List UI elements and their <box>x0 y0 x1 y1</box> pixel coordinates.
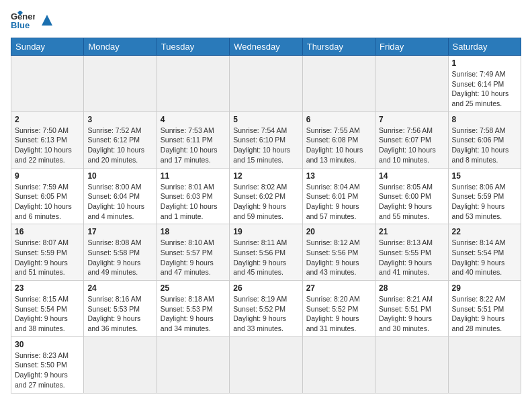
day-info: Sunrise: 7:52 AM Sunset: 6:12 PM Dayligh… <box>87 126 152 165</box>
day-number: 24 <box>87 283 152 293</box>
day-number: 30 <box>15 340 80 349</box>
calendar-cell: 16Sunrise: 8:07 AM Sunset: 5:59 PM Dayli… <box>11 224 84 281</box>
day-number: 2 <box>15 115 80 124</box>
calendar-week-row: 16Sunrise: 8:07 AM Sunset: 5:59 PM Dayli… <box>11 224 521 281</box>
day-number: 14 <box>379 171 444 181</box>
day-info: Sunrise: 8:18 AM Sunset: 5:53 PM Dayligh… <box>161 294 226 334</box>
calendar-cell: 10Sunrise: 8:00 AM Sunset: 6:04 PM Dayli… <box>84 168 157 224</box>
calendar-cell: 11Sunrise: 8:01 AM Sunset: 6:03 PM Dayli… <box>157 168 229 224</box>
calendar-cell: 25Sunrise: 8:18 AM Sunset: 5:53 PM Dayli… <box>157 281 229 337</box>
day-number: 26 <box>233 283 298 293</box>
weekday-header-sunday: Sunday <box>11 38 84 56</box>
page-header: General Blue <box>11 11 521 30</box>
calendar-cell: 26Sunrise: 8:19 AM Sunset: 5:52 PM Dayli… <box>230 281 302 337</box>
calendar-cell: 8Sunrise: 7:58 AM Sunset: 6:06 PM Daylig… <box>448 111 521 168</box>
day-info: Sunrise: 8:21 AM Sunset: 5:51 PM Dayligh… <box>379 294 444 334</box>
calendar-week-row: 30Sunrise: 8:23 AM Sunset: 5:50 PM Dayli… <box>11 336 521 393</box>
day-info: Sunrise: 8:02 AM Sunset: 6:02 PM Dayligh… <box>233 182 298 222</box>
day-info: Sunrise: 7:50 AM Sunset: 6:13 PM Dayligh… <box>15 126 80 165</box>
calendar-cell: 4Sunrise: 7:53 AM Sunset: 6:11 PM Daylig… <box>157 111 229 168</box>
calendar-cell: 21Sunrise: 8:13 AM Sunset: 5:55 PM Dayli… <box>375 224 448 281</box>
calendar-cell <box>302 336 375 393</box>
day-number: 19 <box>233 227 298 236</box>
day-number: 1 <box>452 58 517 68</box>
day-info: Sunrise: 8:11 AM Sunset: 5:56 PM Dayligh… <box>233 238 298 277</box>
calendar-cell <box>302 56 375 112</box>
day-info: Sunrise: 8:08 AM Sunset: 5:58 PM Dayligh… <box>87 238 152 277</box>
day-info: Sunrise: 7:54 AM Sunset: 6:10 PM Dayligh… <box>233 126 298 165</box>
day-number: 12 <box>233 171 298 181</box>
svg-marker-3 <box>42 15 52 26</box>
calendar-week-row: 2Sunrise: 7:50 AM Sunset: 6:13 PM Daylig… <box>11 111 521 168</box>
calendar-cell: 27Sunrise: 8:20 AM Sunset: 5:52 PM Dayli… <box>302 281 375 337</box>
day-info: Sunrise: 8:07 AM Sunset: 5:59 PM Dayligh… <box>15 238 80 277</box>
calendar-cell: 22Sunrise: 8:14 AM Sunset: 5:54 PM Dayli… <box>448 224 521 281</box>
day-number: 27 <box>306 283 371 293</box>
calendar-header: SundayMondayTuesdayWednesdayThursdayFrid… <box>11 38 521 56</box>
day-number: 16 <box>15 227 80 236</box>
weekday-header-monday: Monday <box>84 38 157 56</box>
day-number: 11 <box>161 171 226 181</box>
logo: General Blue <box>11 11 54 30</box>
day-info: Sunrise: 8:06 AM Sunset: 5:59 PM Dayligh… <box>452 182 517 222</box>
logo-triangle-icon <box>40 13 54 27</box>
day-number: 21 <box>379 227 444 236</box>
day-info: Sunrise: 8:14 AM Sunset: 5:54 PM Dayligh… <box>452 238 517 277</box>
day-number: 4 <box>161 115 226 124</box>
day-info: Sunrise: 8:00 AM Sunset: 6:04 PM Dayligh… <box>87 182 152 222</box>
day-info: Sunrise: 8:22 AM Sunset: 5:51 PM Dayligh… <box>452 294 517 334</box>
day-info: Sunrise: 7:55 AM Sunset: 6:08 PM Dayligh… <box>306 126 371 165</box>
day-info: Sunrise: 8:04 AM Sunset: 6:01 PM Dayligh… <box>306 182 371 222</box>
calendar-cell <box>157 56 229 112</box>
day-number: 23 <box>15 283 80 293</box>
calendar-week-row: 23Sunrise: 8:15 AM Sunset: 5:54 PM Dayli… <box>11 281 521 337</box>
day-number: 10 <box>87 171 152 181</box>
calendar-cell: 2Sunrise: 7:50 AM Sunset: 6:13 PM Daylig… <box>11 111 84 168</box>
day-number: 5 <box>233 115 298 124</box>
calendar-cell: 12Sunrise: 8:02 AM Sunset: 6:02 PM Dayli… <box>230 168 302 224</box>
weekday-header-row: SundayMondayTuesdayWednesdayThursdayFrid… <box>11 38 521 56</box>
calendar-cell <box>84 56 157 112</box>
calendar-cell <box>448 336 521 393</box>
day-info: Sunrise: 7:59 AM Sunset: 6:05 PM Dayligh… <box>15 182 80 222</box>
day-info: Sunrise: 8:13 AM Sunset: 5:55 PM Dayligh… <box>379 238 444 277</box>
calendar-cell: 3Sunrise: 7:52 AM Sunset: 6:12 PM Daylig… <box>84 111 157 168</box>
day-number: 9 <box>15 171 80 181</box>
calendar-table: SundayMondayTuesdayWednesdayThursdayFrid… <box>11 38 521 394</box>
day-number: 17 <box>87 227 152 236</box>
day-info: Sunrise: 8:01 AM Sunset: 6:03 PM Dayligh… <box>161 182 226 222</box>
day-info: Sunrise: 8:12 AM Sunset: 5:56 PM Dayligh… <box>306 238 371 277</box>
day-info: Sunrise: 8:16 AM Sunset: 5:53 PM Dayligh… <box>87 294 152 334</box>
calendar-cell: 7Sunrise: 7:56 AM Sunset: 6:07 PM Daylig… <box>375 111 448 168</box>
weekday-header-thursday: Thursday <box>302 38 375 56</box>
calendar-cell <box>375 56 448 112</box>
day-info: Sunrise: 8:23 AM Sunset: 5:50 PM Dayligh… <box>15 351 80 390</box>
calendar-cell: 15Sunrise: 8:06 AM Sunset: 5:59 PM Dayli… <box>448 168 521 224</box>
day-info: Sunrise: 8:20 AM Sunset: 5:52 PM Dayligh… <box>306 294 371 334</box>
day-number: 18 <box>161 227 226 236</box>
weekday-header-wednesday: Wednesday <box>230 38 302 56</box>
calendar-cell: 30Sunrise: 8:23 AM Sunset: 5:50 PM Dayli… <box>11 336 84 393</box>
logo-icon: General Blue <box>11 11 35 30</box>
day-number: 13 <box>306 171 371 181</box>
calendar-cell <box>11 56 84 112</box>
day-info: Sunrise: 8:10 AM Sunset: 5:57 PM Dayligh… <box>161 238 226 277</box>
calendar-cell: 18Sunrise: 8:10 AM Sunset: 5:57 PM Dayli… <box>157 224 229 281</box>
day-number: 15 <box>452 171 517 181</box>
day-number: 20 <box>306 227 371 236</box>
calendar-cell: 20Sunrise: 8:12 AM Sunset: 5:56 PM Dayli… <box>302 224 375 281</box>
day-info: Sunrise: 7:49 AM Sunset: 6:14 PM Dayligh… <box>452 69 517 109</box>
day-number: 3 <box>87 115 152 124</box>
day-number: 6 <box>306 115 371 124</box>
weekday-header-tuesday: Tuesday <box>157 38 229 56</box>
calendar-cell <box>157 336 229 393</box>
calendar-cell: 23Sunrise: 8:15 AM Sunset: 5:54 PM Dayli… <box>11 281 84 337</box>
calendar-cell <box>230 336 302 393</box>
calendar-cell: 28Sunrise: 8:21 AM Sunset: 5:51 PM Dayli… <box>375 281 448 337</box>
day-info: Sunrise: 8:19 AM Sunset: 5:52 PM Dayligh… <box>233 294 298 334</box>
day-info: Sunrise: 8:15 AM Sunset: 5:54 PM Dayligh… <box>15 294 80 334</box>
day-number: 8 <box>452 115 517 124</box>
day-number: 7 <box>379 115 444 124</box>
svg-text:Blue: Blue <box>11 20 30 30</box>
calendar-body: 1Sunrise: 7:49 AM Sunset: 6:14 PM Daylig… <box>11 56 521 394</box>
